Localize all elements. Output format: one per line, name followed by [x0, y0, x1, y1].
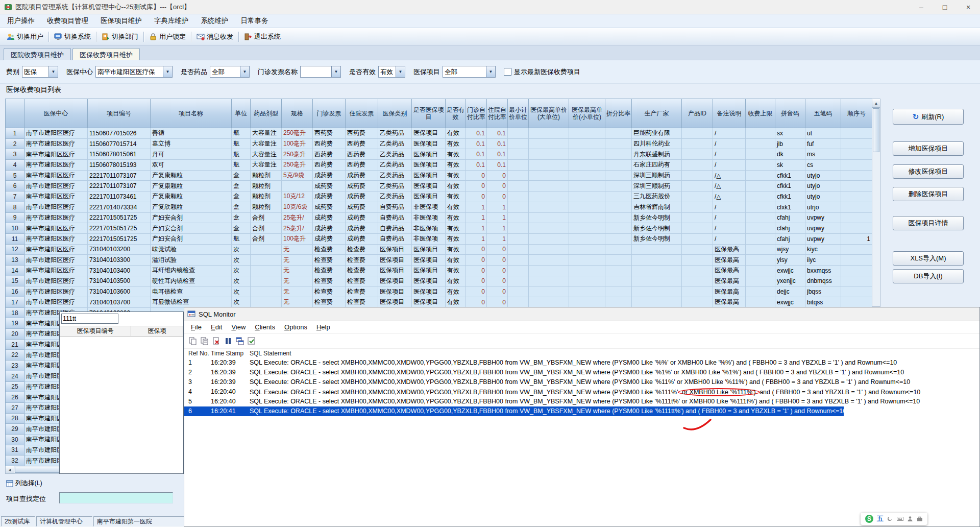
table-row[interactable]: 7南平市建阳区医疗22217011073461产复康颗粒盒颗粒剂10克/12成药… [6, 191, 872, 202]
messages-button[interactable]: 消息收发 [193, 30, 237, 43]
filter-combo-4[interactable]: 有效▼ [378, 66, 405, 78]
menu-item[interactable]: 用户操作 [1, 14, 41, 28]
table-row[interactable]: 3南平市建阳区医疗11506078015061丹可瓶大容量注250毫升西药费西药… [6, 149, 872, 160]
copy-icon[interactable] [188, 337, 198, 346]
table-row[interactable]: 13南平市建阳区医疗731040103300溢泪试验次无检查费检查费医保项目医保… [6, 255, 872, 266]
grid-header-cell[interactable]: 最小计价单位 [508, 99, 529, 128]
scroll-up-icon[interactable]: ▲ [872, 99, 880, 108]
grid-header-cell[interactable]: 医保最高单价(大单位) [529, 99, 569, 128]
user-icon[interactable] [907, 516, 913, 522]
grid-header-cell[interactable]: 医保类别 [378, 99, 412, 128]
show-latest-checkbox[interactable] [504, 68, 511, 76]
chevron-down-icon[interactable]: ▼ [240, 66, 249, 77]
toolbox-icon[interactable] [917, 516, 923, 522]
grid-header-cell[interactable]: 住院发票 [346, 99, 378, 128]
input-method-bar[interactable]: S 五 [861, 513, 927, 525]
table-row[interactable]: 12南平市建阳区医疗731040103200味觉试验次无检查费检查费医保项目医保… [6, 245, 872, 255]
delete-insurance-item-button[interactable]: 删除医保项目 [893, 187, 964, 201]
grid-header-cell[interactable]: 是否医保项目 [412, 99, 446, 128]
grid-header-cell[interactable]: 生产厂家 [632, 99, 682, 128]
table-row[interactable]: 17南平市建阳区医疗731040103700耳显微镜检查次无检查费检查费医保项目… [6, 297, 872, 308]
table-row[interactable]: 16南平市建阳区医疗731040103600电耳镜检查次无检查费检查费医保项目医… [6, 286, 872, 297]
sql-log-row[interactable]: 516:20:40SQL Execute: ORACLE - select XM… [184, 397, 979, 406]
options-check-icon[interactable] [247, 337, 256, 346]
vertical-scrollbar[interactable]: ▲ [872, 99, 880, 307]
sql-log-row[interactable]: 416:20:40SQL Execute: ORACLE - select XM… [184, 387, 979, 397]
table-row[interactable]: 8南平市建阳区医疗22217014073334产复欣颗粒盒颗粒剂10克/6袋成药… [6, 202, 872, 213]
sql-log-row[interactable]: 216:20:39SQL Execute: ORACLE - select XM… [184, 368, 979, 377]
minimize-button[interactable]: – [910, 0, 933, 14]
maximize-button[interactable]: □ [933, 0, 957, 14]
table-row[interactable]: 2南平市建阳区医疗11506077015714嘉立博瓶大容量注100毫升西药费西… [6, 139, 872, 150]
grid-header-cell[interactable]: 药品剂型 [251, 99, 282, 128]
grid-header-cell[interactable]: 医保中心 [24, 99, 88, 128]
grid-header-cell[interactable]: 收费上限 [746, 99, 775, 128]
moon-icon[interactable] [887, 516, 893, 522]
grid-header-cell[interactable]: 规格 [282, 99, 313, 128]
table-row[interactable]: 1南平市建阳区医疗11506077015026善循瓶大容量注250毫升西药费西药… [6, 128, 872, 139]
table-row[interactable]: 9南平市建阳区医疗22217015051725产妇安合剂盒合剂25毫升/成药费成… [6, 213, 872, 224]
pause-icon[interactable] [224, 337, 233, 346]
grid-header-cell[interactable]: 产品ID [682, 99, 713, 128]
scrollbar-thumb[interactable] [873, 108, 879, 152]
filter-combo-5[interactable]: 全部▼ [443, 66, 496, 78]
db-import-button[interactable]: DB导入(I) [893, 269, 964, 283]
sql-log-row[interactable]: 116:20:39SQL Execute: ORACLE - select XM… [184, 358, 979, 368]
chevron-down-icon[interactable]: ▼ [331, 66, 340, 77]
menu-item[interactable]: 日常事务 [235, 14, 275, 28]
table-row[interactable]: 5南平市建阳区医疗22217011073107产复康颗粒盒颗粒剂5克/9袋成药费… [6, 171, 872, 181]
table-row[interactable]: 4南平市建阳区医疗11506078015193双可瓶大容量注250毫升西药费西药… [6, 160, 872, 171]
refresh-button[interactable]: ↻ 刷新(R) [893, 109, 964, 125]
filter-combo-3[interactable]: ▼ [300, 66, 341, 78]
table-row[interactable]: 14南平市建阳区医疗731040103400耳纤维内镜检查次无检查费检查费医保项… [6, 266, 872, 276]
sql-menu-item[interactable]: View [227, 322, 250, 332]
sql-log-row[interactable]: 316:20:39SQL Execute: ORACLE - select XM… [184, 377, 979, 387]
lock-user-button[interactable]: 用户锁定 [145, 30, 189, 43]
switch-user-button[interactable]: 切换用户 [3, 30, 47, 43]
cascade-windows-icon[interactable] [235, 337, 244, 346]
modify-insurance-item-button[interactable]: 修改医保项目 [893, 164, 964, 179]
grid-header-cell[interactable]: 拼音码 [775, 99, 805, 128]
sql-menu-item[interactable]: Clients [250, 322, 280, 332]
chevron-down-icon[interactable]: ▼ [48, 66, 58, 77]
close-button[interactable]: × [957, 0, 980, 14]
scroll-left-icon[interactable]: ◄ [6, 466, 14, 473]
switch-system-button[interactable]: 切换系统 [51, 30, 94, 43]
grid-header-cell[interactable]: 顺序号 [841, 99, 872, 128]
column-select-button[interactable]: 列选择(L) [6, 479, 42, 488]
menu-item[interactable]: 系统维护 [195, 14, 235, 28]
grid-header-cell[interactable]: 五笔码 [805, 99, 841, 128]
chevron-down-icon[interactable]: ▼ [163, 66, 172, 77]
sql-monitor-title-bar[interactable]: SQL Monitor [184, 307, 979, 321]
menu-item[interactable]: 收费项目管理 [41, 14, 94, 28]
sql-menu-item[interactable]: Options [280, 322, 312, 332]
exit-system-button[interactable]: 退出系统 [240, 30, 284, 43]
grid-header-cell[interactable]: 备注说明 [713, 99, 746, 128]
keyboard-icon[interactable] [897, 516, 903, 522]
grid-header-cell[interactable]: 住院自付比率 [487, 99, 508, 128]
add-insurance-item-button[interactable]: 增加医保项目 [893, 141, 964, 156]
sql-menu-item[interactable]: File [186, 322, 206, 332]
menu-item[interactable]: 字典库维护 [148, 14, 195, 28]
popup-header-code[interactable]: 医保项目编号 [60, 326, 131, 337]
table-row[interactable]: 10南平市建阳区医疗22217015051725产妇安合剂盒合剂25毫升/成药费… [6, 223, 872, 234]
menu-item[interactable]: 医保项目维护 [94, 14, 148, 28]
xls-import-button[interactable]: XLS导入(M) [893, 251, 964, 266]
popup-header-item[interactable]: 医保项 [131, 326, 183, 337]
switch-department-button[interactable]: 切换部门 [98, 30, 142, 43]
copy-text-icon[interactable] [200, 337, 209, 346]
grid-header-cell[interactable]: 项目编号 [88, 99, 151, 128]
sql-menu-item[interactable]: Help [312, 322, 335, 332]
filter-combo-1[interactable]: 南平市建阳区医疗保▼ [95, 66, 173, 78]
wubi-mode-icon[interactable]: 五 [877, 514, 884, 523]
grid-header-cell[interactable]: 医保最高单价(小单位) [569, 99, 605, 128]
filter-combo-0[interactable]: 医保▼ [22, 66, 58, 78]
grid-header-cell[interactable]: 门诊自付比率 [466, 99, 487, 128]
chevron-down-icon[interactable]: ▼ [396, 66, 405, 77]
sql-menu-item[interactable]: Edit [206, 322, 227, 332]
grid-header-cell[interactable]: 折分比率 [605, 99, 632, 128]
grid-header-cell[interactable]: 是否有效 [446, 99, 466, 128]
sql-log-row[interactable]: 616:20:41SQL Execute: ORACLE - select XM… [184, 406, 844, 416]
filter-combo-2[interactable]: 全部▼ [210, 66, 250, 78]
popup-search-input[interactable] [61, 314, 118, 324]
